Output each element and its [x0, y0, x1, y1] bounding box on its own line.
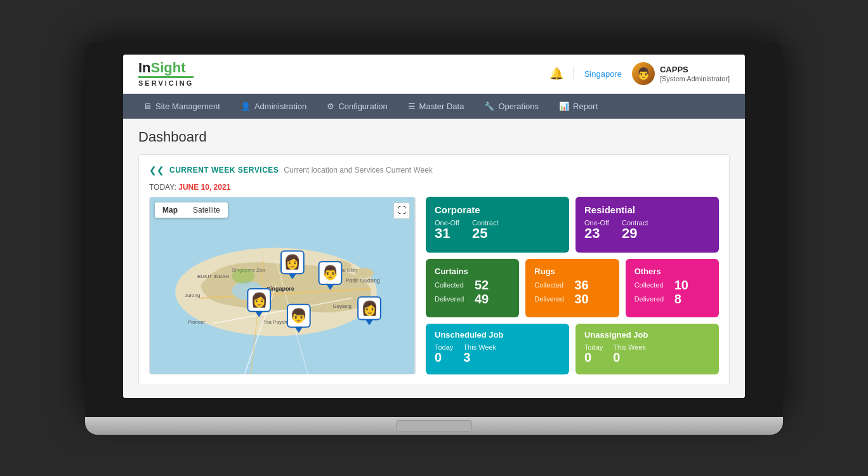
others-values: Collected 10 Delivered 8	[635, 279, 710, 305]
unscheduled-values: Today 0 This Week 3	[435, 343, 560, 364]
logo-insight: InSight	[138, 61, 194, 75]
dashboard-body: Map Satellite ⛶	[149, 197, 719, 374]
user-name: CAPPS	[660, 65, 730, 75]
header-right: 🔔 Singapore 👨 CAPPS [System Administrato…	[549, 62, 730, 85]
others-card: Others Collected 10 Delivered	[626, 259, 719, 317]
curtains-card: Curtains Collected 52 Delivered	[426, 259, 519, 317]
svg-point-9	[355, 268, 374, 278]
nav-administration[interactable]: 👤 Administration	[230, 94, 317, 119]
user-role: [System Administrator]	[660, 75, 730, 83]
corporate-contract: Contract 25	[472, 219, 499, 241]
satellite-button[interactable]: Satellite	[185, 202, 228, 218]
svg-text:Geylang: Geylang	[332, 303, 352, 308]
map-svg: Pasir Gudang Singapore Jurong Pulau Ubin…	[150, 197, 415, 374]
card-header: ❮❮ CURRENT WEEK SERVICES Current locatio…	[149, 165, 719, 175]
nav-configuration[interactable]: ⚙ Configuration	[317, 94, 397, 119]
logo-area: InSight SERVICING	[138, 61, 194, 87]
bottom-row: Unscheduled Job Today 0 This Week	[426, 324, 719, 374]
others-collected: Collected 10	[635, 279, 710, 291]
dashboard-card: ❮❮ CURRENT WEEK SERVICES Current locatio…	[138, 154, 730, 385]
svg-text:👦: 👦	[290, 307, 308, 324]
screen-bezel: InSight SERVICING 🔔 Singapore 👨 CAPPS	[85, 42, 783, 417]
residential-contract: Contract 29	[622, 219, 648, 241]
page-title: Dashboard	[138, 129, 730, 145]
screen: InSight SERVICING 🔔 Singapore 👨 CAPPS	[123, 55, 745, 398]
svg-text:Jurong: Jurong	[185, 292, 200, 298]
avatar: 👨	[632, 62, 655, 85]
rugs-values: Collected 36 Delivered 30	[534, 279, 610, 305]
svg-text:Toa Payoh: Toa Payoh	[263, 319, 287, 324]
laptop-shell: InSight SERVICING 🔔 Singapore 👨 CAPPS	[85, 42, 783, 435]
svg-point-19	[232, 268, 255, 284]
unassigned-title: Unassigned Job	[584, 330, 710, 340]
svg-text:👨: 👨	[322, 264, 339, 281]
map-controls: Map Satellite	[155, 202, 228, 218]
unassigned-week: This Week 0	[613, 343, 646, 364]
today-date: JUNE 10, 2021	[178, 183, 230, 192]
app-header: InSight SERVICING 🔔 Singapore 👨 CAPPS	[123, 55, 745, 94]
curtains-title: Curtains	[435, 267, 510, 276]
unscheduled-title: Unscheduled Job	[435, 330, 560, 340]
divider	[574, 66, 574, 81]
svg-text:Pioneer: Pioneer	[188, 319, 206, 324]
unscheduled-week: This Week 3	[463, 343, 496, 364]
monitor-icon: 🖥	[143, 102, 152, 111]
curtains-collected: Collected 52	[435, 279, 510, 291]
rugs-card: Rugs Collected 36 Delivered 30	[525, 259, 619, 317]
user-info: 👨 CAPPS [System Administrator]	[632, 62, 730, 85]
corporate-title: Corporate	[435, 204, 560, 215]
unscheduled-today: Today 0	[435, 343, 453, 364]
curtains-values: Collected 52 Delivered 49	[435, 279, 510, 305]
rugs-delivered: Delivered 30	[534, 293, 610, 305]
nav-bar: 🖥 Site Management 👤 Administration ⚙ Con…	[123, 94, 745, 119]
rugs-title: Rugs	[534, 267, 610, 276]
stats-grid: Corporate One-Off 31 Contract 25	[426, 197, 719, 374]
table-icon: ☰	[408, 102, 416, 111]
svg-text:👩: 👩	[361, 299, 379, 316]
svg-text:BUKIT INDAH: BUKIT INDAH	[197, 274, 229, 279]
laptop-base	[85, 417, 783, 435]
unassigned-card: Unassigned Job Today 0 This Week	[575, 324, 719, 374]
residential-values: One-Off 23 Contract 29	[584, 219, 710, 241]
wrench-icon: 🔧	[484, 102, 494, 111]
location-link[interactable]: Singapore	[584, 69, 622, 79]
bell-icon[interactable]: 🔔	[549, 67, 563, 81]
svg-text:👩: 👩	[251, 291, 268, 308]
corporate-values: One-Off 31 Contract 25	[435, 219, 560, 241]
residential-title: Residential	[584, 204, 710, 215]
others-delivered: Delivered 8	[635, 293, 710, 305]
unassigned-today: Today 0	[584, 343, 603, 364]
middle-row: Curtains Collected 52 Delivered	[426, 259, 719, 317]
nav-operations[interactable]: 🔧 Operations	[474, 94, 549, 119]
svg-text:👩: 👩	[284, 253, 301, 270]
logo-servicing: SERVICING	[138, 76, 194, 87]
card-title: CURRENT WEEK SERVICES	[169, 166, 279, 175]
nav-master-data[interactable]: ☰ Master Data	[398, 94, 475, 119]
corporate-oneoff: One-Off 31	[435, 219, 459, 241]
person-icon: 👤	[240, 102, 251, 111]
report-icon: 📊	[559, 102, 569, 111]
user-details: CAPPS [System Administrator]	[660, 65, 730, 83]
nav-site-management[interactable]: 🖥 Site Management	[133, 94, 230, 119]
unscheduled-card: Unscheduled Job Today 0 This Week	[426, 324, 569, 374]
curtains-delivered: Delivered 49	[435, 293, 510, 305]
residential-card: Residential One-Off 23 Contract 29	[575, 197, 719, 253]
trackpad	[396, 420, 472, 432]
residential-oneoff: One-Off 23	[584, 219, 609, 241]
rugs-collected: Collected 36	[534, 279, 610, 291]
map-button[interactable]: Map	[155, 202, 185, 218]
today-label: TODAY: JUNE 10, 2021	[149, 183, 719, 192]
main-content: Dashboard ❮❮ CURRENT WEEK SERVICES Curre…	[123, 119, 745, 398]
svg-text:Pasir Gudang: Pasir Gudang	[345, 277, 380, 284]
map-expand-button[interactable]: ⛶	[393, 202, 410, 219]
unassigned-values: Today 0 This Week 0	[584, 343, 710, 364]
corporate-card: Corporate One-Off 31 Contract 25	[426, 197, 569, 253]
card-subtitle: Current location and Services Current We…	[284, 166, 433, 175]
gear-icon: ⚙	[327, 102, 334, 111]
map-container: Map Satellite ⛶	[149, 197, 416, 374]
nav-report[interactable]: 📊 Report	[549, 94, 608, 119]
share-icon: ❮❮	[149, 165, 164, 175]
others-title: Others	[635, 267, 710, 276]
